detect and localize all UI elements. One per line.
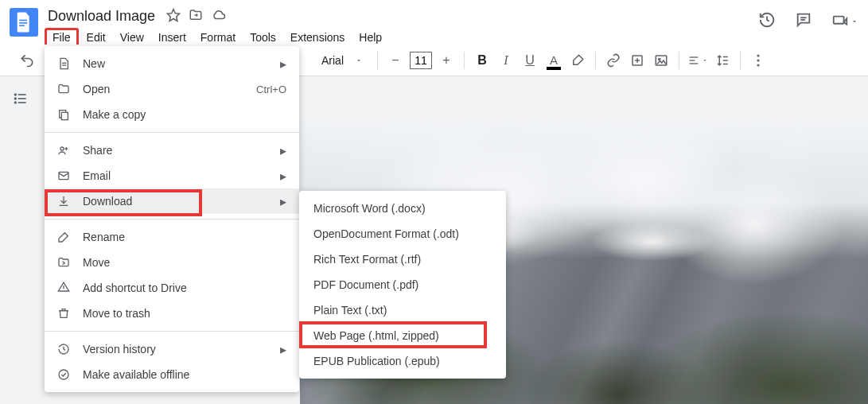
svg-rect-0 (19, 20, 27, 21)
add-comment-icon[interactable] (628, 49, 647, 72)
svg-point-26 (15, 98, 17, 99)
svg-marker-3 (168, 9, 180, 21)
svg-point-11 (659, 58, 660, 60)
present-icon[interactable] (831, 13, 858, 30)
menu-add-shortcut[interactable]: Add shortcut to Drive (45, 275, 299, 301)
svg-point-31 (60, 147, 64, 150)
menu-download[interactable]: Download ▸ (45, 188, 299, 214)
menu-version-history[interactable]: Version history ▸ (45, 336, 299, 362)
font-family-select[interactable]: Arial (315, 54, 369, 67)
highlight-icon[interactable] (568, 49, 587, 72)
menu-email[interactable]: Email ▸ (45, 163, 299, 188)
offline-icon (56, 368, 72, 381)
menu-move[interactable]: Move (45, 250, 299, 275)
download-docx[interactable]: Microsoft Word (.docx) (299, 196, 506, 221)
chevron-right-icon: ▸ (280, 169, 286, 184)
menu-trash[interactable]: Move to trash (45, 301, 299, 326)
insert-link-icon[interactable] (604, 49, 623, 72)
svg-point-27 (15, 102, 17, 103)
svg-rect-6 (834, 17, 844, 24)
svg-rect-30 (61, 112, 68, 119)
bold-icon[interactable]: B (473, 49, 492, 72)
shortcut-label: Ctrl+O (256, 84, 286, 95)
menu-rename[interactable]: Rename (45, 224, 299, 250)
doc-meta: Download Image File Edit View Insert For… (45, 6, 758, 47)
move-icon (56, 256, 72, 269)
decrease-font-icon[interactable]: − (386, 49, 405, 72)
drive-shortcut-icon (56, 282, 72, 294)
increase-font-icon[interactable]: + (437, 49, 456, 72)
download-submenu: Microsoft Word (.docx) OpenDocument Form… (299, 191, 506, 379)
outline-icon[interactable] (13, 91, 29, 110)
download-pdf[interactable]: PDF Document (.pdf) (299, 272, 506, 297)
menu-make-copy[interactable]: Make a copy (45, 102, 299, 127)
underline-icon[interactable]: U (520, 49, 539, 72)
menu-open[interactable]: Open Ctrl+O (45, 76, 299, 102)
history-icon[interactable] (758, 11, 776, 32)
docs-logo[interactable] (10, 8, 38, 37)
svg-point-20 (757, 59, 759, 61)
file-menu-dropdown: New ▸ Open Ctrl+O Make a copy Share ▸ Em… (45, 46, 299, 392)
doc-title[interactable]: Download Image (45, 6, 158, 26)
header: Download Image File Edit View Insert For… (0, 0, 868, 45)
font-family-value: Arial (321, 54, 344, 67)
svg-point-25 (15, 94, 17, 95)
download-html[interactable]: Web Page (.html, zipped) (299, 323, 506, 348)
menu-divider (45, 331, 299, 332)
rename-icon (56, 231, 72, 243)
svg-point-39 (59, 370, 68, 379)
text-color-icon[interactable]: A (544, 49, 563, 72)
header-right (758, 11, 858, 32)
menu-new[interactable]: New ▸ (45, 51, 299, 76)
share-icon (56, 144, 72, 157)
insert-image-icon[interactable] (652, 49, 671, 72)
history-icon (56, 343, 72, 355)
menu-divider (45, 219, 299, 219)
download-odt[interactable]: OpenDocument Format (.odt) (299, 221, 506, 247)
chevron-right-icon: ▸ (280, 56, 286, 72)
svg-rect-1 (19, 22, 27, 24)
download-rtf[interactable]: Rich Text Format (.rtf) (299, 247, 506, 272)
download-icon (56, 195, 72, 208)
menu-offline[interactable]: Make available offline (45, 362, 299, 387)
trash-icon (56, 307, 72, 320)
download-txt[interactable]: Plain Text (.txt) (299, 297, 506, 323)
download-epub[interactable]: EPUB Publication (.epub) (299, 348, 506, 374)
menu-share[interactable]: Share ▸ (45, 138, 299, 163)
cloud-status-icon[interactable] (211, 8, 227, 25)
folder-icon (56, 83, 72, 95)
chevron-right-icon: ▸ (280, 143, 286, 158)
chevron-right-icon: ▸ (280, 194, 286, 209)
align-icon[interactable] (687, 49, 708, 72)
font-size-input[interactable] (410, 52, 432, 69)
italic-icon[interactable]: I (496, 49, 516, 72)
svg-rect-2 (19, 25, 25, 26)
left-sidebar (0, 76, 41, 404)
line-spacing-icon[interactable] (713, 49, 732, 72)
move-to-folder-icon[interactable] (189, 8, 203, 25)
svg-point-19 (757, 54, 759, 56)
svg-point-21 (757, 64, 759, 66)
menu-divider (45, 132, 299, 133)
comments-icon[interactable] (795, 11, 812, 32)
email-icon (56, 169, 72, 182)
chevron-right-icon: ▸ (280, 342, 286, 357)
more-icon[interactable] (749, 49, 768, 72)
new-doc-icon (56, 57, 72, 70)
undo-icon[interactable] (18, 49, 37, 72)
copy-icon (56, 108, 72, 121)
star-icon[interactable] (166, 8, 181, 25)
